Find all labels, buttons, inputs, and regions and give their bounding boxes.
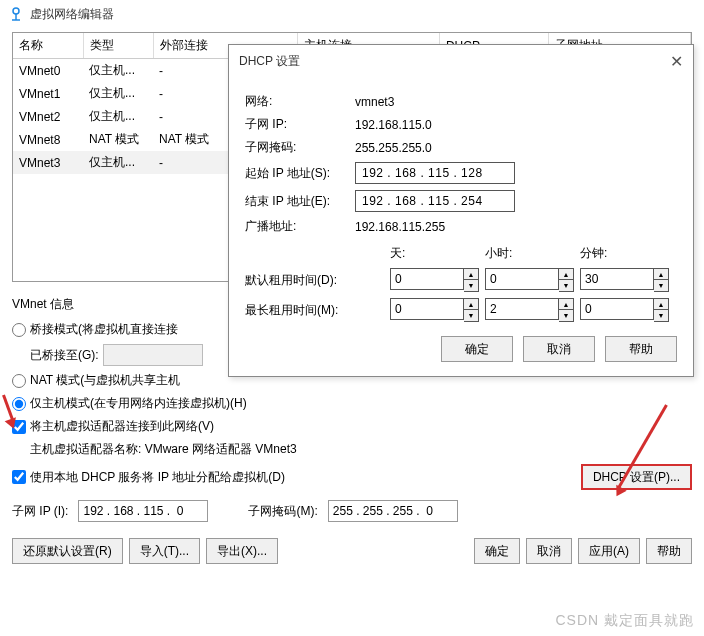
- apply-button[interactable]: 应用(A): [578, 538, 640, 564]
- max-minutes-spinner[interactable]: ▲▼: [580, 298, 675, 322]
- default-hours-spinner[interactable]: ▲▼: [485, 268, 580, 292]
- start-ip-input[interactable]: [355, 162, 515, 184]
- chevron-up-icon: ▲: [559, 269, 573, 280]
- subnet-mask-input[interactable]: [328, 500, 458, 522]
- help-button[interactable]: 帮助: [646, 538, 692, 564]
- subnet-ip-input[interactable]: [78, 500, 208, 522]
- subnet-mask-lbl: 子网掩码(M):: [248, 503, 317, 520]
- radio-bridge[interactable]: [12, 323, 26, 337]
- dhcp-dialog: DHCP 设置 ✕ 网络:vmnet3 子网 IP:192.168.115.0 …: [228, 44, 694, 377]
- bridged-to-lbl: 已桥接至(G):: [30, 347, 99, 364]
- chevron-down-icon: ▼: [464, 310, 478, 321]
- bridged-to-select: [103, 344, 203, 366]
- adapter-name: 主机虚拟适配器名称: VMware 网络适配器 VMnet3: [30, 441, 297, 458]
- dlg-subnet-mask-val: 255.255.255.0: [355, 141, 432, 155]
- dlg-help-button[interactable]: 帮助: [605, 336, 677, 362]
- col-type[interactable]: 类型: [83, 33, 153, 59]
- chevron-up-icon: ▲: [559, 299, 573, 310]
- ok-button[interactable]: 确定: [474, 538, 520, 564]
- chevron-up-icon: ▲: [654, 269, 668, 280]
- max-lease-lbl: 最长租用时间(M):: [245, 302, 390, 319]
- connect-adapter-label: 将主机虚拟适配器连接到此网络(V): [30, 418, 214, 435]
- chevron-up-icon: ▲: [464, 299, 478, 310]
- hours-hdr: 小时:: [485, 245, 580, 262]
- dhcp-settings-button[interactable]: DHCP 设置(P)...: [581, 464, 692, 490]
- dlg-ok-button[interactable]: 确定: [441, 336, 513, 362]
- broadcast-lbl: 广播地址:: [245, 218, 355, 235]
- dlg-subnet-ip-val: 192.168.115.0: [355, 118, 432, 132]
- checkbox-use-dhcp[interactable]: [12, 470, 26, 484]
- network-lbl: 网络:: [245, 93, 355, 110]
- max-hours-spinner[interactable]: ▲▼: [485, 298, 580, 322]
- radio-nat[interactable]: [12, 374, 26, 388]
- cancel-button[interactable]: 取消: [526, 538, 572, 564]
- radio-nat-label: NAT 模式(与虚拟机共享主机: [30, 372, 180, 389]
- radio-hostonly-label: 仅主机模式(在专用网络内连接虚拟机)(H): [30, 395, 247, 412]
- window-title-bar: 虚拟网络编辑器: [0, 0, 704, 28]
- radio-bridge-label: 桥接模式(将虚拟机直接连接: [30, 321, 178, 338]
- dlg-cancel-button[interactable]: 取消: [523, 336, 595, 362]
- chevron-up-icon: ▲: [464, 269, 478, 280]
- max-days-spinner[interactable]: ▲▼: [390, 298, 485, 322]
- default-lease-lbl: 默认租用时间(D):: [245, 272, 390, 289]
- col-name[interactable]: 名称: [13, 33, 83, 59]
- network-val: vmnet3: [355, 95, 394, 109]
- close-icon[interactable]: ✕: [670, 52, 683, 71]
- broadcast-val: 192.168.115.255: [355, 220, 445, 234]
- window-title: 虚拟网络编辑器: [30, 6, 114, 23]
- subnet-ip-lbl: 子网 IP (I):: [12, 503, 68, 520]
- use-dhcp-label: 使用本地 DHCP 服务将 IP 地址分配给虚拟机(D): [30, 469, 285, 486]
- svg-point-0: [13, 8, 19, 14]
- radio-hostonly[interactable]: [12, 397, 26, 411]
- default-days-spinner[interactable]: ▲▼: [390, 268, 485, 292]
- chevron-down-icon: ▼: [464, 280, 478, 291]
- watermark: CSDN 戴定面具就跑: [555, 612, 694, 630]
- dlg-subnet-mask-lbl: 子网掩码:: [245, 139, 355, 156]
- export-button[interactable]: 导出(X)...: [206, 538, 278, 564]
- default-minutes-spinner[interactable]: ▲▼: [580, 268, 675, 292]
- restore-defaults-button[interactable]: 还原默认设置(R): [12, 538, 123, 564]
- import-button[interactable]: 导入(T)...: [129, 538, 200, 564]
- app-icon: [8, 6, 24, 22]
- chevron-up-icon: ▲: [654, 299, 668, 310]
- checkbox-connect-adapter[interactable]: [12, 420, 26, 434]
- chevron-down-icon: ▼: [654, 310, 668, 321]
- end-ip-input[interactable]: [355, 190, 515, 212]
- chevron-down-icon: ▼: [559, 280, 573, 291]
- dialog-title: DHCP 设置: [239, 53, 300, 70]
- chevron-down-icon: ▼: [654, 280, 668, 291]
- dlg-subnet-ip-lbl: 子网 IP:: [245, 116, 355, 133]
- days-hdr: 天:: [390, 245, 485, 262]
- chevron-down-icon: ▼: [559, 310, 573, 321]
- start-ip-lbl: 起始 IP 地址(S):: [245, 165, 355, 182]
- end-ip-lbl: 结束 IP 地址(E):: [245, 193, 355, 210]
- minutes-hdr: 分钟:: [580, 245, 675, 262]
